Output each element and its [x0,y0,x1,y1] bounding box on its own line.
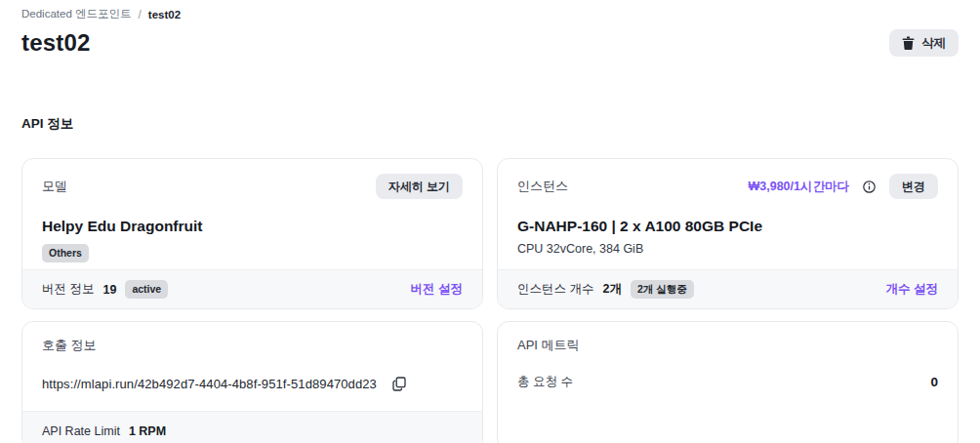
breadcrumb-current: test02 [148,9,181,20]
version-status-badge: active [125,280,168,299]
call-info-card: 호출 정보 https://mlapi.run/42b492d7-4404-4b… [21,321,483,443]
delete-button[interactable]: 삭제 [889,29,959,57]
section-title: API 정보 [21,115,959,133]
api-metrics-card-title: API 메트릭 [517,337,580,354]
instance-count-settings-link[interactable]: 개수 설정 [886,281,938,298]
instance-count-value: 2개 [602,281,621,298]
trash-icon [902,36,915,50]
instance-spec: CPU 32vCore, 384 GiB [517,242,938,256]
version-label: 버전 정보 [42,281,94,298]
info-circle-icon[interactable] [861,179,878,195]
instance-running-badge: 2개 실행중 [631,280,694,299]
version-value: 19 [102,283,116,297]
instance-name: G-NAHP-160 | 2 x A100 80GB PCIe [517,218,938,235]
endpoint-detail-page: Dedicated 엔드포인트 / test02 test02 삭제 API 정… [0,0,980,443]
title-row: test02 삭제 [21,29,959,57]
model-category-badge: Others [42,244,89,262]
instance-count-label: 인스턴스 개수 [517,281,593,298]
instance-price: ₩3,980/1시간마다 [748,179,849,195]
instance-change-button[interactable]: 변경 [889,174,938,199]
model-name: Helpy Edu Dragonfruit [42,218,463,235]
version-settings-link[interactable]: 버전 설정 [411,281,463,298]
total-requests-value: 0 [930,375,938,389]
model-card: 모델 자세히 보기 Helpy Edu Dragonfruit Others 버… [21,158,483,309]
copy-icon[interactable] [390,375,408,393]
instance-card-title: 인스턴스 [517,178,568,195]
breadcrumb-separator: / [138,8,141,21]
api-metrics-card: API 메트릭 총 요청 수 0 [497,321,959,443]
breadcrumb-section[interactable]: Dedicated 엔드포인트 [21,7,131,21]
total-requests-label: 총 요청 수 [517,374,573,390]
instance-card: 인스턴스 ₩3,980/1시간마다 변경 [497,158,959,309]
model-card-title: 모델 [42,178,67,195]
rate-limit-value: 1 RPM [129,424,166,438]
page-title: test02 [21,29,91,57]
api-info-grid: 모델 자세히 보기 Helpy Edu Dragonfruit Others 버… [21,158,959,443]
breadcrumb: Dedicated 엔드포인트 / test02 [21,0,959,21]
endpoint-url: https://mlapi.run/42b492d7-4404-4b8f-951… [42,377,377,391]
delete-button-label: 삭제 [921,35,946,52]
model-detail-button[interactable]: 자세히 보기 [376,174,463,199]
rate-limit-label: API Rate Limit [42,424,120,438]
call-info-card-title: 호출 정보 [42,337,97,354]
